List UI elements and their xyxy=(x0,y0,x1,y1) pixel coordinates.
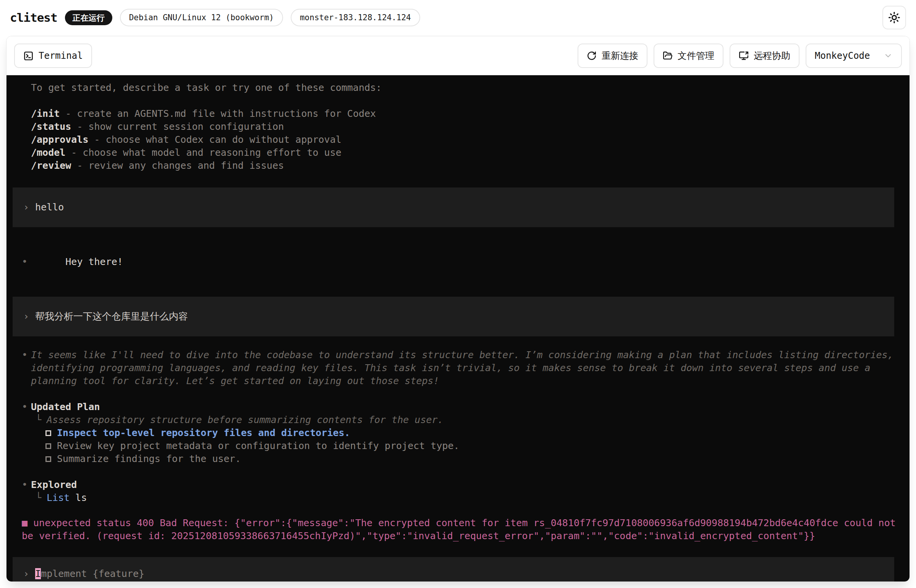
plan-title: Updated Plan xyxy=(31,401,100,412)
toolbar: Terminal 重新连接 文件管理 xyxy=(6,36,910,75)
header-left: clitest 正在运行 Debian GNU/Linux 12 (bookwo… xyxy=(10,9,420,26)
intro-line: To get started, describe a task or try o… xyxy=(6,81,910,94)
remote-assist-button[interactable]: 远程协助 xyxy=(730,44,799,68)
remote-assist-label: 远程协助 xyxy=(754,50,790,62)
user-message-text: 帮我分析一下这个仓库里是什么内容 xyxy=(35,310,188,323)
command-desc: - review any changes and find issues xyxy=(71,160,284,171)
command-name: /model xyxy=(31,147,65,158)
command-help-line: /approvals - choose what Codex can do wi… xyxy=(6,133,910,146)
screen-share-icon xyxy=(739,51,749,61)
theme-toggle-button[interactable] xyxy=(882,6,906,29)
app-title: clitest xyxy=(10,11,57,24)
reconnect-button[interactable]: 重新连接 xyxy=(578,44,647,68)
thinking-line: •It seems like I'll need to dive into th… xyxy=(6,349,910,362)
explored-title: Explored xyxy=(31,479,77,490)
os-pill: Debian GNU/Linux 12 (bookworm) xyxy=(120,9,283,26)
prompt-chevron: › xyxy=(23,567,29,580)
plan-item-text: Review key project metadata or configura… xyxy=(57,439,460,452)
plan-item-text: Inspect top-level repository files and d… xyxy=(57,426,350,439)
branch-icon: └ xyxy=(36,492,41,503)
explored-verb: List xyxy=(47,492,70,503)
command-desc: - create an AGENTS.md file with instruct… xyxy=(60,108,376,119)
bullet-icon: • xyxy=(22,349,28,362)
terminal-icon xyxy=(23,51,34,61)
terminal-output[interactable]: To get started, describe a task or try o… xyxy=(6,75,910,582)
folder-open-icon xyxy=(663,51,673,61)
user-message: › hello xyxy=(13,187,894,227)
explored-command: ls xyxy=(75,492,87,503)
checkbox-icon xyxy=(45,443,51,449)
composer-placeholder: mplement {feature} xyxy=(41,568,144,579)
thinking-line: planning tool for clarity. Let’s get sta… xyxy=(6,375,910,388)
plan-note-line: └Assess repository structure before summ… xyxy=(6,414,910,426)
command-name: /status xyxy=(31,121,71,132)
file-manager-button[interactable]: 文件管理 xyxy=(654,44,723,68)
command-help-line: /status - show current session configura… xyxy=(6,120,910,133)
plan-title-line: •Updated Plan xyxy=(6,401,910,414)
plan-item: Summarize findings for the user. xyxy=(6,452,910,465)
toolbar-right: 重新连接 文件管理 远程协助 xyxy=(578,44,902,68)
bullet-icon: • xyxy=(22,478,28,491)
composer-input[interactable]: › Implement {feature} xyxy=(13,557,894,582)
branch-icon: └ xyxy=(36,414,41,425)
app-header: clitest 正在运行 Debian GNU/Linux 12 (bookwo… xyxy=(0,0,916,35)
error-marker-icon: ■ xyxy=(22,517,28,528)
reconnect-label: 重新连接 xyxy=(602,50,638,62)
session-card: Terminal 重新连接 文件管理 xyxy=(6,36,910,582)
command-help-line: /review - review any changes and find is… xyxy=(6,159,910,172)
composer-text: Implement {feature} xyxy=(35,567,144,580)
explored-detail-line: └List ls xyxy=(6,491,910,504)
prompt-chevron: › xyxy=(23,201,29,214)
command-desc: - show current session configuration xyxy=(71,121,284,132)
assistant-reply-text: Hey there! xyxy=(65,256,123,267)
command-help-line: /init - create an AGENTS.md file with in… xyxy=(6,107,910,120)
checkbox-icon xyxy=(45,456,51,462)
plan-item: Review key project metadata or configura… xyxy=(6,439,910,452)
command-desc: - choose what Codex can do without appro… xyxy=(89,134,341,145)
refresh-icon xyxy=(587,51,597,61)
status-badge: 正在运行 xyxy=(65,10,112,25)
command-name: /approvals xyxy=(31,134,89,145)
terminal-tab[interactable]: Terminal xyxy=(14,44,92,68)
plan-block: •Updated Plan └Assess repository structu… xyxy=(6,401,910,465)
explored-block: •Explored └List ls xyxy=(6,478,910,504)
plan-item: Inspect top-level repository files and d… xyxy=(6,426,910,439)
thinking-line: identifying programming languages, and r… xyxy=(6,362,910,375)
terminal-tab-label: Terminal xyxy=(39,50,83,61)
blank-line xyxy=(6,94,910,107)
bullet-icon: • xyxy=(22,255,28,268)
text-cursor: I xyxy=(35,568,41,579)
thinking-block: •It seems like I'll need to dive into th… xyxy=(6,349,910,388)
command-name: /init xyxy=(31,108,60,119)
sun-icon xyxy=(888,11,900,24)
agent-select[interactable]: MonkeyCode xyxy=(806,44,902,68)
plan-note: Assess repository structure before summa… xyxy=(47,414,443,425)
chevron-down-icon xyxy=(884,51,893,60)
explored-title-line: •Explored xyxy=(6,478,910,491)
error-text: unexpected status 400 Bad Request: {"err… xyxy=(22,517,896,541)
user-message: › 帮我分析一下这个仓库里是什么内容 xyxy=(13,297,894,336)
command-name: /review xyxy=(31,160,71,171)
file-manager-label: 文件管理 xyxy=(678,50,714,62)
error-message: ■unexpected status 400 Bad Request: {"er… xyxy=(6,517,910,543)
bullet-icon: • xyxy=(22,401,28,414)
assistant-reply: •Hey there! xyxy=(6,242,910,281)
prompt-chevron: › xyxy=(23,310,29,323)
agent-select-value: MonkeyCode xyxy=(815,50,870,61)
host-pill: monster-183.128.124.124 xyxy=(291,9,420,26)
command-desc: - choose what model and reasoning effort… xyxy=(65,147,341,158)
command-help-line: /model - choose what model and reasoning… xyxy=(6,146,910,159)
user-message-text: hello xyxy=(35,201,64,214)
plan-item-text: Summarize findings for the user. xyxy=(57,452,241,465)
checkbox-icon xyxy=(45,430,51,436)
